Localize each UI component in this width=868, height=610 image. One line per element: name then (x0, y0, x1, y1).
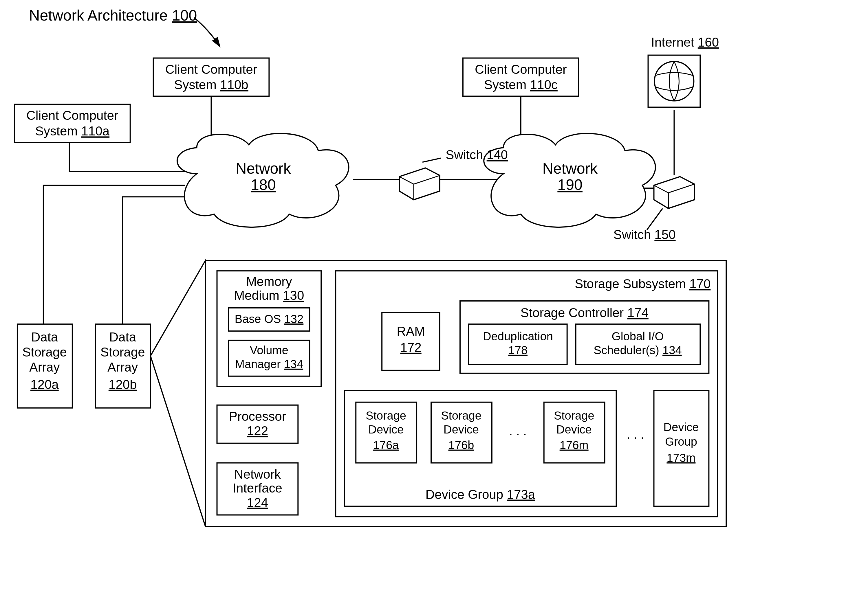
svg-text:Medium 130: Medium 130 (234, 288, 304, 302)
network-interface: Network Interface 124 (217, 463, 298, 515)
svg-text:Network: Network (236, 160, 291, 177)
svg-text:172: 172 (400, 340, 421, 355)
svg-text:System 110b: System 110b (174, 77, 248, 92)
svg-text:Global I/O: Global I/O (612, 330, 664, 343)
svg-text:Processor: Processor (229, 409, 286, 423)
storage-controller: Storage Controller 174 Deduplication 178… (460, 301, 709, 373)
svg-text:Storage: Storage (366, 409, 406, 422)
svg-text:RAM: RAM (397, 324, 425, 338)
svg-text:Data: Data (109, 330, 136, 344)
svg-text:Network: Network (542, 160, 598, 177)
svg-text:Storage: Storage (441, 409, 482, 422)
svg-text:Group: Group (665, 435, 697, 448)
data-storage-array-a: Data Storage Array 120a (17, 324, 72, 408)
device-group-m: Device Group 173m (654, 391, 709, 506)
ram: RAM 172 (382, 313, 440, 370)
svg-text:Network: Network (234, 467, 281, 481)
svg-text:178: 178 (508, 344, 527, 356)
svg-text:Device: Device (443, 423, 479, 436)
svg-text:Scheduler(s) 134: Scheduler(s) 134 (594, 344, 682, 356)
callout-wedge (150, 260, 206, 526)
svg-text:Device: Device (556, 423, 592, 436)
svg-rect-62 (654, 391, 709, 506)
title-arrow (194, 18, 220, 46)
svg-text:System 110c: System 110c (484, 77, 558, 92)
client-computer-a: Client Computer System 110a (14, 104, 130, 142)
svg-text:Base OS 132: Base OS 132 (235, 313, 304, 325)
svg-text:190: 190 (557, 176, 583, 193)
network-180-cloud: Network 180 (177, 133, 349, 227)
svg-text:124: 124 (247, 495, 268, 509)
svg-text:Data: Data (31, 330, 58, 344)
svg-text:Device Group 173a: Device Group 173a (425, 487, 535, 502)
svg-text:Client Computer: Client Computer (165, 62, 257, 76)
svg-text:Switch 150: Switch 150 (614, 228, 676, 242)
svg-text:176a: 176a (373, 439, 399, 451)
svg-text:Switch 140: Switch 140 (446, 147, 508, 162)
svg-text:120a: 120a (30, 377, 59, 392)
svg-text:Storage: Storage (22, 345, 67, 359)
svg-text:Interface: Interface (233, 481, 282, 495)
svg-text:System 110a: System 110a (35, 124, 110, 138)
svg-text:Internet 160: Internet 160 (651, 35, 719, 49)
svg-text:Volume: Volume (250, 344, 288, 356)
svg-text:Storage: Storage (554, 409, 594, 422)
svg-text:Client Computer: Client Computer (475, 62, 567, 76)
internet-box: Internet 160 (648, 35, 719, 107)
svg-rect-10 (648, 55, 701, 107)
svg-text:122: 122 (247, 424, 268, 438)
svg-text:Storage Controller 174: Storage Controller 174 (520, 306, 648, 320)
svg-text:Deduplication: Deduplication (483, 330, 553, 343)
ellipsis-devices: . . . (509, 424, 527, 438)
network-190-cloud: Network 190 (484, 133, 656, 227)
data-storage-array-b: Data Storage Array 120b (96, 324, 150, 408)
client-computer-b: Client Computer System 110b (153, 58, 269, 96)
ellipsis-groups: . . . (626, 427, 644, 441)
svg-text:Storage Subsystem 170: Storage Subsystem 170 (575, 277, 710, 291)
svg-text:176b: 176b (448, 439, 474, 451)
svg-text:173m: 173m (666, 451, 696, 464)
svg-text:176m: 176m (560, 439, 589, 451)
svg-text:120b: 120b (108, 377, 137, 392)
svg-text:Device: Device (368, 423, 404, 436)
memory-medium: Memory Medium 130 Base OS 132 Volume Man… (217, 271, 321, 387)
client-computer-c: Client Computer System 110c (463, 58, 579, 96)
processor: Processor 122 (217, 405, 298, 443)
device-group-a: Device Group 173a Storage Device 176a St… (344, 391, 616, 506)
svg-text:180: 180 (251, 176, 276, 193)
svg-text:Manager 134: Manager 134 (235, 358, 304, 370)
svg-text:Client Computer: Client Computer (26, 108, 118, 122)
svg-text:Storage: Storage (101, 345, 145, 359)
svg-text:Array: Array (29, 360, 60, 374)
diagram-title: Network Architecture 100 (29, 7, 197, 24)
svg-text:Memory: Memory (246, 274, 292, 288)
svg-text:Device: Device (663, 421, 699, 434)
svg-text:Array: Array (107, 360, 138, 374)
